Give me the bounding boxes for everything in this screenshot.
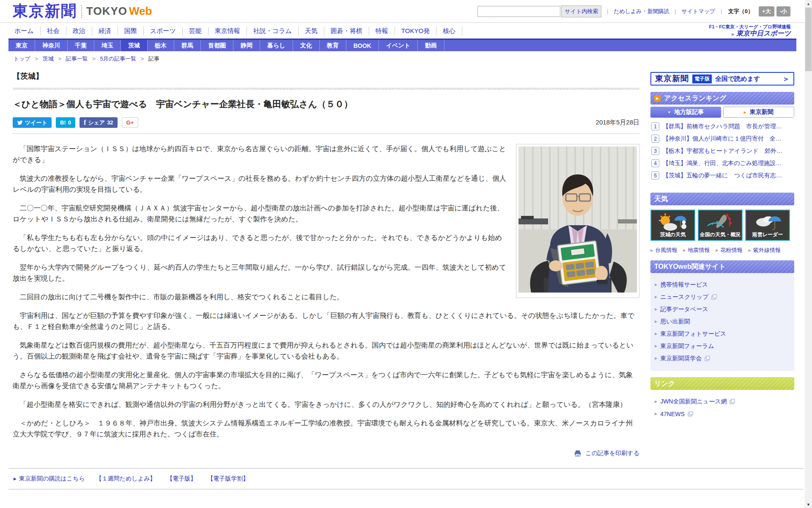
font-larger-button[interactable]: +大 <box>759 6 774 17</box>
font-smaller-button[interactable]: -小 <box>776 6 790 17</box>
twitter-share-button[interactable]: ツイート <box>13 117 52 128</box>
share-row: ツイート B! 0 f シェア 32 G+ 2018年5月28日 <box>13 117 639 128</box>
breadcrumb-article-list[interactable]: 記事一覧 <box>66 55 88 62</box>
nav-event[interactable]: イベント <box>379 40 418 51</box>
nav-douga[interactable]: 動画 <box>418 40 444 51</box>
links-box: ▶JWN全国新聞ニュース網 ▶47NEWS <box>650 390 794 423</box>
scrollbar[interactable]: ▲ ▼ <box>805 0 812 508</box>
tab-tokyo-shimbun[interactable]: ▶ 東京新聞 <box>723 107 795 118</box>
trial-subscription-link[interactable]: ためしよみ・新聞購読 <box>614 8 669 15</box>
scroll-up-icon[interactable]: ▲ <box>805 0 812 7</box>
breadcrumb-may-list[interactable]: 5月の記事一覧 <box>100 55 136 62</box>
sun-umbrella-icon <box>658 213 688 231</box>
footer-subscribe-link[interactable]: 東京新聞の購読はこちら <box>19 475 85 483</box>
nav-editorial[interactable]: 社説・コラム <box>247 27 299 36</box>
nav-book[interactable]: BOOK <box>346 40 379 51</box>
uv-info-link[interactable]: ▶紫外線情報 <box>748 246 780 254</box>
nav-sports[interactable]: スポーツ <box>144 27 183 36</box>
footer-student-link[interactable]: 【電子版学割】 <box>207 475 249 483</box>
ranking-item[interactable]: 2 【神奈川】個人が川崎市に１億円寄付 全… <box>651 135 793 143</box>
nav-igo-shogi[interactable]: 囲碁・将棋 <box>324 27 369 36</box>
header-separator: ｜ <box>673 8 678 15</box>
breadcrumb-ibaraki[interactable]: 茨城 <box>43 55 54 62</box>
header-separator: ｜ <box>719 8 724 15</box>
ranking-item[interactable]: 3 【栃木】宇都宮もヒートアイランド 郊外… <box>651 147 793 155</box>
arrow-right-icon: ▶ <box>655 295 657 299</box>
nav-economy[interactable]: 経済 <box>92 27 118 36</box>
region-gunma[interactable]: 群馬 <box>174 40 201 51</box>
nav-tokyo-hatsu[interactable]: TOKYO発 <box>395 27 436 36</box>
region-shutoken[interactable]: 首都圏 <box>201 40 233 51</box>
nav-politics[interactable]: 政治 <box>66 27 92 36</box>
region-tochigi[interactable]: 栃木 <box>148 40 174 51</box>
tab-local-articles[interactable]: ▼ 地方版記事 <box>650 107 721 118</box>
scrollbar-thumb[interactable] <box>805 8 812 71</box>
ranking-item[interactable]: 4 【埼玉】鴻巣、行田、北本のごみ処理施設… <box>651 159 793 167</box>
google-plus-button[interactable]: G+ <box>122 117 139 128</box>
nav-kurashi[interactable]: 暮らし <box>260 40 293 51</box>
link-jwn[interactable]: ▶JWN全国新聞ニュース網 <box>655 395 790 408</box>
related-link-forum[interactable]: ▶東京新聞フォーラム <box>655 340 790 352</box>
rank-label: 【茨城】五輪の夢一緒に つくば市民有志… <box>663 172 782 179</box>
triangle-down-icon: ▼ <box>667 110 671 114</box>
region-chiba[interactable]: 千葉 <box>68 40 94 51</box>
nav-entertainment[interactable]: 芸能 <box>183 27 208 36</box>
region-kanagawa[interactable]: 神奈川 <box>35 40 68 51</box>
ranking-item[interactable]: 5 【茨城】五輪の夢一緒に つくば市民有志… <box>651 171 793 179</box>
nav-international[interactable]: 国際 <box>118 27 144 36</box>
denshiban-banner[interactable]: 東京新聞 電子版 全国で読めます ＞ <box>650 72 794 86</box>
subscription-footer: ▶ 東京新聞の購読はこちら 【１週間ためしよみ】 【電子版】 【電子版学割】 <box>8 468 804 489</box>
nav-tokyo-info[interactable]: 東京情報 <box>208 27 247 36</box>
chunichi-sports-banner[interactable]: F1・FC東京・大リーグ・プロ野球速報 ▶東京中日スポーツ <box>709 24 791 38</box>
scroll-down-icon[interactable]: ▼ <box>805 501 812 508</box>
region-shizuoka[interactable]: 静岡 <box>233 40 260 51</box>
external-window-icon <box>730 399 735 404</box>
site-search-input[interactable] <box>477 6 560 17</box>
tile-ibaraki-weather[interactable]: 茨城の天気 <box>650 210 695 241</box>
related-link-database[interactable]: ▶記事データベース <box>655 303 790 315</box>
article-paragraph: ＜かめだ・としひろ＞ １９６８年、神戸市出身。筑波大システム情報系構造エネルギー… <box>13 417 639 439</box>
tile-rain-radar[interactable]: 雨雲レーダー <box>745 210 790 241</box>
region-saitama[interactable]: 埼玉 <box>94 40 121 51</box>
rank-number: 4 <box>651 159 659 167</box>
related-link-shogakukai[interactable]: ▶東京新聞奨学会 <box>655 352 790 364</box>
nav-weather[interactable]: 天気 <box>299 27 324 36</box>
print-article-link[interactable]: この記事を印刷する <box>585 450 639 456</box>
nav-tokuho[interactable]: 特報 <box>369 27 395 36</box>
region-tokyo[interactable]: 東京 <box>8 40 35 51</box>
related-link-omoide[interactable]: ▶思い出新聞 <box>655 315 790 328</box>
nav-kyoiku[interactable]: 教育 <box>320 40 346 51</box>
breadcrumb-separator: > <box>92 55 96 62</box>
typhoon-info-link[interactable]: ▶台風情報 <box>650 246 677 254</box>
hatena-bookmark-button[interactable]: B! 0 <box>56 117 75 128</box>
logo-divider <box>81 5 82 18</box>
facebook-share-button[interactable]: f シェア 32 <box>80 117 118 128</box>
nav-home[interactable]: ホーム <box>13 27 41 36</box>
pollen-info-link[interactable]: ▶花粉情報 <box>716 246 742 254</box>
nav-society[interactable]: 社会 <box>41 27 66 36</box>
tile-national-weather[interactable]: 全国の天気・概況 <box>698 210 743 241</box>
weather-title: 天気 <box>654 195 668 204</box>
site-search-button[interactable]: サイト内検索 <box>561 6 601 17</box>
related-link-photo-service[interactable]: ▶東京新聞フォトサービス <box>655 328 790 340</box>
breadcrumb-top[interactable]: トップ <box>14 55 30 62</box>
tile-label: 茨城の天気 <box>660 231 686 238</box>
link-47news[interactable]: ▶47NEWS <box>655 408 790 420</box>
ranking-item[interactable]: 1 【群馬】前橋市セクハラ問題 市長が管理… <box>651 122 793 130</box>
nav-bunka[interactable]: 文化 <box>293 40 320 51</box>
sitemap-link[interactable]: サイトマップ <box>681 8 715 15</box>
site-logo[interactable]: 東京新聞 TOKYO Web <box>13 1 152 22</box>
region-ibaraki[interactable]: 茨城 <box>121 40 148 51</box>
footer-denshiban-link[interactable]: 【電子版】 <box>167 475 196 483</box>
arrow-right-icon: ▶ <box>655 320 657 323</box>
earthquake-info-link[interactable]: ▶地震情報 <box>683 246 710 254</box>
article-paragraph: 宇宙利用は、国などが巨額の予算を費やす印象が強く、一般には縁遠いイメージがある。… <box>13 310 639 332</box>
footer-trial-link[interactable]: 【１週間ためしよみ】 <box>96 475 156 483</box>
primary-nav: ホーム 社会 政治 経済 国際 スポーツ 芸能 東京情報 社説・コラム 天気 囲… <box>0 23 812 39</box>
dotted-divider <box>13 133 639 134</box>
rank-label: 【埼玉】鴻巣、行田、北本のごみ処理施設… <box>663 160 782 167</box>
nav-kakushin[interactable]: 核心 <box>436 27 462 36</box>
related-link-mobile[interactable]: ▶携帯情報サービス <box>655 279 790 291</box>
related-link-newsclip[interactable]: ▶ニュースクリップ <box>655 291 790 303</box>
links-header: リンク <box>650 377 794 390</box>
